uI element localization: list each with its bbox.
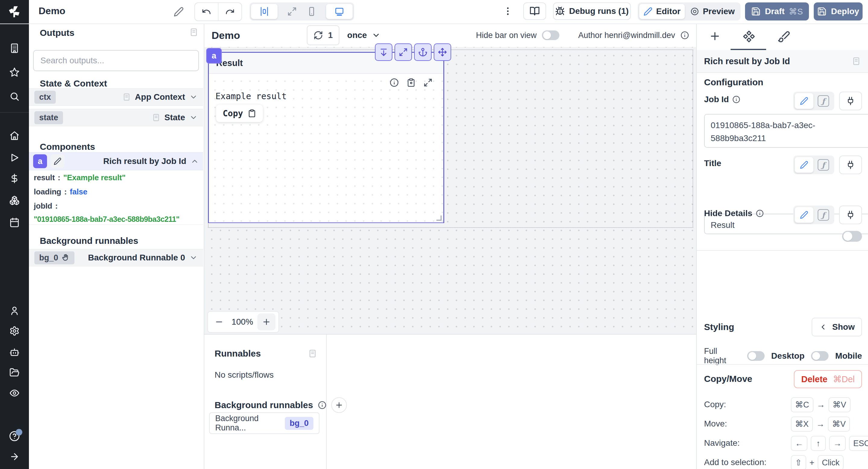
connect-output-button[interactable] [839,156,862,174]
state-row[interactable]: state State [29,109,203,126]
expression-mode-button[interactable]: ƒ [814,207,833,223]
centered-layout-button[interactable] [251,4,278,19]
favorites-button[interactable] [0,67,29,77]
bg-runnable-id-badge: bg_0 [285,417,313,430]
canvas-zoom-control: 100% [207,311,279,333]
component-row-a[interactable]: a Rich result by Job Id [29,152,203,170]
hide-details-toggle[interactable] [842,231,862,242]
zoom-out-button[interactable] [211,317,227,326]
delete-shortcut: ⌘Del [833,374,855,384]
folders-button[interactable] [0,368,29,378]
rich-result-component[interactable]: a Result Example result [208,52,444,223]
expression-mode-button[interactable]: ƒ [814,93,833,109]
component-resize-handle[interactable] [436,216,441,221]
show-styling-button[interactable]: Show [812,318,862,336]
hide-bar-toggle[interactable] [542,30,559,40]
search-nav-button[interactable] [0,91,29,101]
static-mode-button[interactable] [795,93,813,109]
tab-styling[interactable] [778,30,790,43]
more-menu-button[interactable] [503,6,513,16]
help-button[interactable] [0,431,29,442]
preview-eye-icon [690,7,699,16]
anchor-component-button[interactable] [414,43,432,61]
settings-button[interactable] [0,326,29,336]
redo-button[interactable] [218,3,241,21]
copy-result-button[interactable]: Copy [216,104,263,122]
windmill-logo[interactable] [0,0,29,24]
static-mode-button[interactable] [795,157,813,173]
info-icon[interactable] [390,78,399,87]
preview-label: Preview [703,7,735,16]
chevron-down-icon[interactable] [189,113,198,122]
redo-icon [225,7,235,17]
schedules-button[interactable] [0,217,29,227]
outputs-doc-icon[interactable] [189,28,198,37]
hand-pointer-cursor-icon [61,253,70,262]
editor-label: Editor [656,7,681,16]
bg-runnable-item[interactable]: Background Runna... bg_0 [209,412,319,434]
search-outputs-input[interactable] [33,50,199,71]
search-icon [9,91,20,101]
schedule-dropdown[interactable]: once [347,30,381,40]
zoom-level: 100% [227,317,257,327]
desktop-mobile-toggle[interactable] [811,351,829,361]
move-component-button[interactable] [434,43,451,61]
info-icon[interactable] [318,401,327,409]
edit-title-icon[interactable] [174,7,184,17]
add-bg-runnable-button[interactable] [331,397,347,413]
background-runnable-row[interactable]: bg_0 Background Runnable 0 [29,249,203,267]
design-canvas[interactable]: a Result Example result [204,47,696,334]
resources-button[interactable] [0,195,29,206]
info-icon[interactable] [756,210,764,217]
component-tab-badge[interactable]: a [206,48,222,64]
draft-button[interactable]: Draft ⌘S [745,2,809,21]
full-height-toggle[interactable] [747,351,765,361]
tab-editor[interactable]: Editor [639,4,685,19]
tab-insert-component[interactable] [709,30,721,42]
docs-button[interactable] [523,2,546,20]
variables-button[interactable] [0,173,29,184]
fullscreen-component-button[interactable] [395,43,412,61]
chevron-down-icon[interactable] [189,253,198,262]
static-mode-button[interactable] [795,207,813,223]
clipboard-copy-icon[interactable] [407,78,415,87]
runs-button[interactable] [0,153,29,163]
desktop-view-button[interactable] [326,4,352,19]
info-icon[interactable] [681,31,689,39]
refresh-control[interactable]: 1 [307,25,339,45]
rename-component-button[interactable] [51,154,64,168]
mobile-view-button[interactable] [299,4,325,19]
chevron-up-icon[interactable] [190,157,199,165]
audit-logs-button[interactable] [0,388,29,398]
no-scripts-text: No scripts/flows [215,370,274,380]
ai-button[interactable] [0,347,29,357]
expand-down-button[interactable] [375,43,393,61]
expression-mode-button[interactable]: ƒ [814,157,833,173]
delete-component-button[interactable]: Delete ⌘Del [794,370,862,388]
tab-preview[interactable]: Preview [686,4,739,19]
chevron-down-icon[interactable] [189,93,198,101]
connect-output-button[interactable] [839,206,862,224]
debug-runs-button[interactable]: Debug runs (1) [553,2,631,20]
users-button[interactable] [0,306,29,316]
runnables-doc-icon[interactable] [308,349,317,358]
deploy-button[interactable]: Deploy [814,2,863,21]
workspace-button[interactable] [0,43,29,53]
result-component-body: Example result Copy [209,74,443,222]
home-button[interactable] [0,130,29,141]
collapse-rail-button[interactable] [0,451,29,462]
info-icon[interactable] [733,96,740,103]
ctx-row[interactable]: ctx App Context [29,88,203,106]
clipboard-icon [248,109,256,118]
rail-divider [0,113,29,113]
refresh-icon [313,30,323,40]
job-id-input[interactable]: 01910865-188a-bab7-a3ec-588b9ba3c211 [704,114,868,148]
tab-component-settings[interactable] [743,30,755,43]
connect-output-button[interactable] [839,92,862,110]
monitor-icon [335,7,344,16]
styling-section-row: Styling Show [704,322,862,332]
zoom-in-button[interactable] [257,313,276,330]
undo-button[interactable] [195,3,218,21]
component-doc-icon[interactable] [852,57,861,66]
expand-icon[interactable] [424,78,433,87]
